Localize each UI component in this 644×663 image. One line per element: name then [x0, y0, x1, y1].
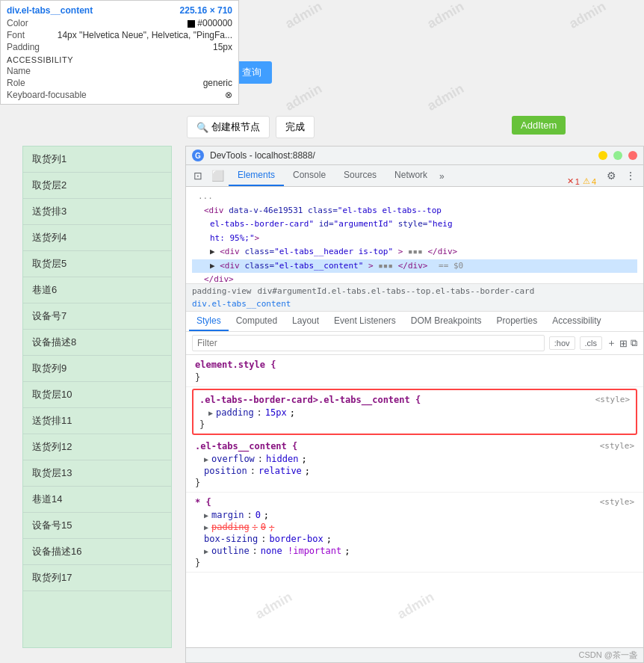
- sub-tab-accessibility[interactable]: Accessibility: [545, 312, 608, 331]
- minimize-button[interactable]: [598, 151, 607, 160]
- margin-triangle[interactable]: ▶: [204, 511, 208, 519]
- outline-triangle[interactable]: ▶: [204, 547, 208, 555]
- error-badge: ✕ 1: [567, 176, 580, 186]
- sub-tab-styles[interactable]: Styles: [189, 312, 229, 331]
- padding-semicolon: ;: [290, 407, 295, 418]
- watermark-5: admin: [424, 81, 466, 114]
- list-item[interactable]: 设备号15: [23, 513, 171, 539]
- position-semicolon: ;: [305, 466, 310, 476]
- font-label: Font: [7, 30, 25, 40]
- padding-label: Padding: [7, 42, 40, 52]
- warning-badge: ⚠ 4: [583, 176, 596, 186]
- maximize-button[interactable]: [613, 151, 622, 160]
- element-style-text: element.style {: [195, 360, 276, 370]
- watermark-3: admin: [566, 0, 608, 32]
- css-panel: element.style { } .el-tabs--border-card>…: [186, 355, 643, 647]
- font-value: 14px "Helvetica Neue", Helvetica, "PingF…: [58, 30, 232, 40]
- sub-tab-computed[interactable]: Computed: [229, 312, 285, 331]
- create-node-button[interactable]: 🔍 创建根节点: [187, 116, 270, 138]
- layout-icon[interactable]: ⧉: [631, 337, 637, 349]
- padding-s-colon: :: [253, 522, 258, 532]
- pointer-icon[interactable]: ⊡: [189, 165, 207, 186]
- sub-tabs: Styles Computed Layout Event Listeners D…: [186, 312, 643, 332]
- color-swatch: [188, 20, 195, 28]
- more-options-icon[interactable]: ⋮: [621, 165, 640, 186]
- filter-input[interactable]: [192, 335, 545, 351]
- complete-button[interactable]: 完成: [276, 116, 315, 138]
- list-item[interactable]: 设备描述16: [23, 539, 171, 565]
- watermark-4: admin: [282, 81, 324, 114]
- tabs-content-source[interactable]: <style>: [600, 441, 634, 451]
- position-prop: position: [204, 466, 247, 476]
- box-sizing-prop: box-sizing: [204, 534, 258, 544]
- hov-button[interactable]: :hov: [549, 336, 575, 350]
- list-item[interactable]: 设备号7: [23, 303, 171, 330]
- list-item[interactable]: 取货层5: [23, 251, 171, 277]
- list-item[interactable]: 设备描述8: [23, 330, 171, 356]
- html-line-6-selected: ▶ <div class="el-tabs__content" > ▪▪▪ </…: [192, 259, 637, 274]
- cls-button[interactable]: .cls: [580, 336, 603, 350]
- tab-console[interactable]: Console: [284, 165, 335, 186]
- overflow-value: hidden: [266, 454, 298, 464]
- error-warning-badges: ✕ 1 ⚠ 4: [561, 176, 602, 186]
- inspect-icon[interactable]: ⊞: [619, 338, 628, 349]
- padding-colon: :: [257, 407, 262, 418]
- tab-network[interactable]: Network: [386, 165, 436, 186]
- star-source[interactable]: <style>: [600, 497, 634, 508]
- tabs-border-selector-line: .el-tabs--border-card>.el-tabs__content …: [193, 393, 636, 407]
- settings-icon[interactable]: ⚙: [602, 165, 621, 186]
- html-line-4: ht: 95%;">: [192, 232, 637, 246]
- sub-tab-properties[interactable]: Properties: [489, 312, 545, 331]
- list-item[interactable]: 取货列17: [23, 565, 171, 591]
- box-sizing-colon: :: [261, 534, 266, 544]
- sub-tab-dom-breakpoints[interactable]: DOM Breakpoints: [403, 312, 489, 331]
- sub-tab-event-listeners[interactable]: Event Listeners: [326, 312, 403, 331]
- outline-prop: outline: [211, 546, 250, 556]
- position-value: relative: [258, 466, 302, 476]
- html-line-3: el-tabs--border-card" id="argumentId" st…: [192, 218, 637, 232]
- color-value: #000000: [188, 18, 232, 28]
- add-style-icon[interactable]: ＋: [607, 336, 616, 350]
- css-rule-overflow: ▶ overflow : hidden ;: [186, 453, 643, 465]
- filter-icons: ＋ ⊞ ⧉: [607, 336, 637, 350]
- list-item[interactable]: 取货层13: [23, 460, 171, 487]
- a11y-role-value: generic: [203, 78, 232, 88]
- outline-semicolon: ;: [344, 546, 350, 556]
- add-item-button[interactable]: AddItem: [512, 116, 566, 135]
- tooltip-title: div.el-tabs__content 225.16 × 710: [1, 4, 238, 17]
- tabs-border-selector: .el-tabs--border-card>.el-tabs__content …: [199, 395, 421, 405]
- element-style-selector: element.style {: [186, 358, 643, 371]
- close-button[interactable]: [628, 151, 637, 160]
- list-item[interactable]: 取货层2: [23, 173, 171, 199]
- list-item[interactable]: 巷道14: [23, 487, 171, 513]
- list-item[interactable]: 送货排11: [23, 408, 171, 434]
- tab-sources[interactable]: Sources: [335, 165, 386, 186]
- list-item[interactable]: 取货列9: [23, 356, 171, 382]
- list-item[interactable]: 取货层10: [23, 382, 171, 408]
- overflow-semicolon: ;: [301, 454, 306, 464]
- sub-tab-layout[interactable]: Layout: [285, 312, 326, 331]
- list-item[interactable]: 巷道6: [23, 277, 171, 303]
- html-content-4: ht: 95%;">: [210, 232, 259, 245]
- breadcrumb-item-2[interactable]: div#argumentId.el-tabs.el-tabs--top.el-t…: [257, 286, 534, 296]
- list-item[interactable]: 送货列12: [23, 434, 171, 460]
- tab-elements[interactable]: Elements: [229, 165, 284, 186]
- list-item[interactable]: 送货列4: [23, 225, 171, 251]
- tabs-border-source[interactable]: <style>: [595, 395, 630, 405]
- breadcrumb-item-1[interactable]: padding-view: [192, 286, 251, 296]
- window-controls: [598, 151, 637, 160]
- breadcrumb-item-3[interactable]: div.el-tabs__content: [192, 299, 291, 309]
- padding-s-triangle[interactable]: ▶: [204, 523, 208, 531]
- star-selector: * {: [195, 497, 211, 508]
- list-item[interactable]: 取货列1: [23, 147, 171, 173]
- inspector-icon[interactable]: ⬜: [207, 165, 229, 186]
- margin-value: 0: [256, 510, 261, 520]
- padding-triangle[interactable]: ▶: [208, 409, 213, 417]
- more-tabs-button[interactable]: »: [436, 167, 448, 186]
- tabs-content-close: }: [186, 477, 643, 489]
- tooltip-panel: div.el-tabs__content 225.16 × 710 Color …: [0, 0, 239, 105]
- list-item[interactable]: 送货排3: [23, 199, 171, 225]
- devtools-title: DevTools - localhost:8888/: [210, 150, 592, 161]
- error-count: 1: [575, 177, 580, 186]
- overflow-triangle[interactable]: ▶: [204, 455, 208, 463]
